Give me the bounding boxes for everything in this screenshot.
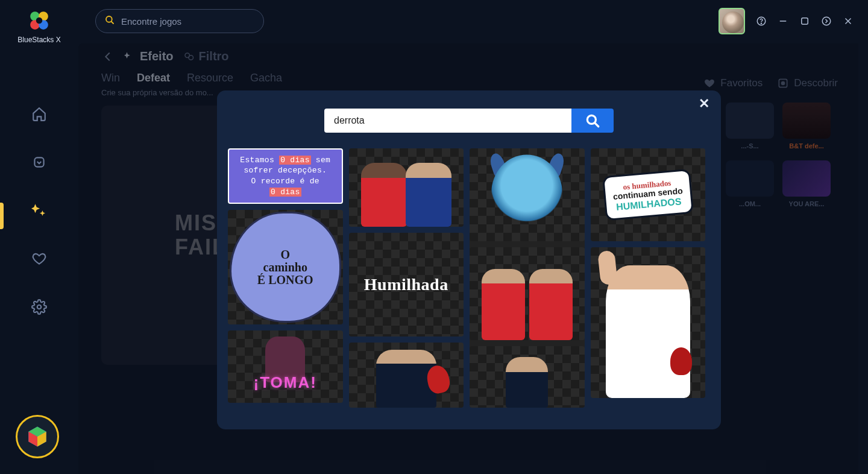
sidebar-store-icon[interactable]: [31, 154, 47, 170]
tab-resource[interactable]: Resource: [187, 72, 233, 84]
app-logo-label: BlueStacks X: [17, 36, 60, 44]
titlebar: BlueStacks X: [0, 0, 868, 42]
gif-tile-humilhados-sticker[interactable]: os humilhados continuam sendo HUMILHADOS: [591, 148, 706, 241]
gif-tile-padel[interactable]: [349, 343, 464, 408]
svg-rect-10: [802, 18, 808, 25]
detach-icon[interactable]: [821, 16, 832, 27]
app-logo-block: BlueStacks X: [0, 0, 78, 44]
svg-point-11: [822, 17, 831, 25]
gif-tile-caminho-longo[interactable]: OcaminhoÉ LONGO: [228, 210, 343, 324]
svg-line-6: [112, 22, 113, 24]
list-display-controls: Favoritos Descobrir: [703, 77, 838, 89]
help-icon[interactable]: [756, 16, 767, 27]
bluestacks-logo-icon: [27, 8, 52, 33]
left-sidebar: [0, 52, 78, 474]
template-thumbnails: ...-S... B&T defe... ...OM... YOU ARE...: [726, 103, 834, 207]
window-controls: [719, 8, 868, 34]
gif-tile-thumbs-down-player[interactable]: [591, 247, 706, 398]
gif-tile-toma[interactable]: ¡TOMA!: [228, 330, 343, 403]
sidebar-settings-icon[interactable]: [31, 299, 47, 315]
svg-point-15: [37, 305, 42, 309]
modal-close-button[interactable]: ✕: [697, 96, 711, 111]
svg-point-23: [782, 82, 785, 85]
gif-tile-volleyball-red-duo[interactable]: [470, 247, 585, 340]
sidebar-active-indicator: [0, 203, 4, 229]
global-search-input[interactable]: [121, 16, 255, 27]
descobrir-button[interactable]: Descobrir: [777, 77, 838, 89]
tab-gacha[interactable]: Gacha: [250, 72, 282, 84]
modal-search-input[interactable]: [324, 109, 571, 133]
thumb-item[interactable]: ...-S...: [726, 103, 774, 150]
sidebar-favorites-icon[interactable]: [31, 251, 47, 267]
gif-tile-volleyball-duo[interactable]: [349, 148, 464, 227]
favoritos-button[interactable]: Favoritos: [703, 77, 763, 89]
sidebar-effects-icon[interactable]: [31, 203, 47, 218]
modal-search: [324, 109, 614, 133]
breadcrumb: Efeito Filtro: [101, 49, 838, 63]
global-search[interactable]: [95, 9, 264, 33]
search-icon: [104, 14, 115, 28]
gif-search-modal: ✕ Estamos 0 dias sem sofrer decepções. O…: [217, 90, 721, 429]
tab-win[interactable]: Win: [101, 72, 120, 84]
gif-tile-demon-skull[interactable]: [470, 148, 585, 241]
maximize-icon[interactable]: [799, 16, 810, 27]
modal-search-button[interactable]: [571, 109, 614, 133]
svg-rect-14: [34, 157, 43, 166]
svg-line-25: [595, 123, 599, 127]
svg-point-8: [761, 23, 761, 24]
thumb-item[interactable]: B&T defe...: [782, 103, 831, 150]
thumb-item[interactable]: YOU ARE...: [782, 160, 831, 207]
close-icon[interactable]: [843, 16, 854, 27]
breadcrumb-effect[interactable]: Efeito: [124, 49, 174, 63]
gif-tile-estamos-0-dias[interactable]: Estamos 0 dias sem sofrer decepções. O r…: [228, 148, 343, 204]
thumb-item[interactable]: ...OM...: [726, 160, 774, 207]
sidebar-home-icon[interactable]: [31, 106, 47, 122]
tab-defeat[interactable]: Defeat: [137, 72, 170, 84]
user-avatar[interactable]: [719, 8, 745, 34]
preview-card-text: MISSFAIL: [115, 211, 233, 259]
gif-tile-humilhada[interactable]: Humilhada: [349, 233, 464, 337]
gif-results[interactable]: Estamos 0 dias sem sofrer decepções. O r…: [228, 148, 710, 420]
back-button[interactable]: [101, 50, 115, 63]
svg-point-4: [36, 17, 43, 24]
svg-point-21: [189, 55, 193, 60]
breadcrumb-filter[interactable]: Filtro: [183, 49, 229, 63]
minimize-icon[interactable]: [778, 16, 788, 27]
gif-tile-padel-head[interactable]: [470, 346, 585, 408]
